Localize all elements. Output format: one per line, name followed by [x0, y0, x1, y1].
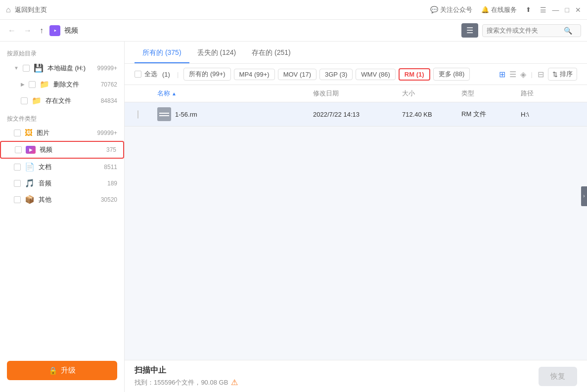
search-box: 🔍 [482, 24, 581, 37]
follow-icon: 💬 [430, 6, 438, 13]
sort-btn[interactable]: ⇅ 排序 [548, 68, 577, 81]
deleted-folder-icon: 📁 [40, 80, 49, 89]
home-label[interactable]: 返回到主页 [15, 5, 47, 14]
filter-view-btn[interactable]: ⊟ [537, 69, 545, 80]
main-layout: 按原始目录 ▼ 💾 本地磁盘 (H:) 99999+ ▶ 📁 删除文件 7076… [0, 42, 587, 392]
search-icon: 🔍 [564, 27, 572, 35]
share-btn[interactable]: ⬆ [526, 6, 531, 13]
table-row[interactable]: 1-56.rm 2022/7/22 14:13 712.40 KB RM 文件 … [125, 102, 587, 127]
th-name[interactable]: 名称 ▲ [154, 85, 310, 102]
video-folder-icon [51, 27, 58, 34]
filter-3gp-btn[interactable]: 3GP (3) [319, 69, 353, 80]
img-count: 99999+ [97, 130, 117, 136]
doc-label: 文档 [39, 163, 51, 172]
existing-count: 84834 [101, 97, 117, 104]
grid-view-btn[interactable]: ⊞ [498, 69, 506, 80]
sidebar-item-existing[interactable]: 📁 存在文件 84834 [0, 92, 124, 109]
menu-btn[interactable]: ☰ [461, 23, 478, 38]
filter-divider: | [177, 71, 179, 78]
img-label: 图片 [37, 129, 49, 137]
sidebar: 按原始目录 ▼ 💾 本地磁盘 (H:) 99999+ ▶ 📁 删除文件 7076… [0, 42, 125, 392]
audio-icon: 🎵 [25, 178, 35, 188]
sort-arrow-icon: ▲ [172, 91, 177, 96]
tab-lost[interactable]: 丢失的 (124) [189, 42, 244, 63]
video-checkbox[interactable] [15, 146, 22, 153]
scan-info: 扫描中止 找到：155596个文件，90.08 GB ⚠ [135, 365, 238, 387]
img-icon: 🖼 [25, 129, 33, 137]
back-btn[interactable]: ← [6, 25, 18, 36]
audio-count: 189 [107, 180, 117, 187]
content-area: 所有的 (375) 丢失的 (124) 存在的 (251) 全选 (1) | 所… [125, 42, 587, 392]
filter-mp4-btn[interactable]: MP4 (99+) [234, 69, 275, 80]
row-size: 712.40 KB [399, 106, 458, 123]
search-input[interactable] [487, 27, 561, 34]
sidebar-item-doc[interactable]: 📄 文档 8511 [0, 159, 124, 175]
select-all-checkbox[interactable] [135, 71, 141, 78]
sidebar-item-deleted[interactable]: ▶ 📁 删除文件 70762 [0, 76, 124, 92]
scan-title: 扫描中止 [135, 365, 238, 376]
video-icon: ▶ [26, 146, 36, 154]
sidebar-item-other[interactable]: 📦 其他 30520 [0, 191, 124, 208]
scroll-indicator[interactable]: › [581, 186, 587, 206]
restore-btn[interactable]: 恢复 [539, 367, 577, 386]
audio-checkbox[interactable] [14, 180, 21, 187]
follow-btn[interactable]: 💬 关注公众号 [430, 5, 472, 14]
upgrade-label: 升级 [61, 366, 76, 375]
row-filename: 1-56.rm [175, 111, 197, 118]
bottom-bar: 扫描中止 找到：155596个文件，90.08 GB ⚠ 恢复 [125, 360, 587, 392]
forward-btn[interactable]: → [22, 25, 34, 36]
sidebar-item-audio[interactable]: 🎵 音频 189 [0, 175, 124, 191]
maximize-btn[interactable]: □ [565, 6, 569, 14]
img-checkbox[interactable] [14, 130, 21, 136]
sidebar-item-video[interactable]: ▶ 视频 375 [0, 141, 124, 159]
row-checkbox-cell [135, 106, 154, 123]
filter-bar: 全选 (1) | 所有的 (99+) MP4 (99+) MOV (17) 3G… [125, 64, 587, 85]
sort-label: 排序 [560, 70, 573, 79]
breadcrumb-icon [49, 25, 60, 36]
th-date: 修改日期 [310, 85, 399, 102]
bell-icon: 🔔 [481, 6, 489, 13]
deleted-count: 70762 [101, 81, 117, 88]
tab-all[interactable]: 所有的 (375) [135, 42, 189, 63]
row-checkbox[interactable] [137, 110, 138, 119]
filter-all-btn[interactable]: 所有的 (99+) [183, 68, 230, 81]
detail-view-btn[interactable]: ◈ [519, 69, 527, 80]
filter-rm-btn[interactable]: RM (1) [399, 68, 430, 81]
deleted-checkbox[interactable] [29, 81, 36, 88]
list-view-btn[interactable]: ☰ [508, 69, 517, 80]
tab-existing[interactable]: 存在的 (251) [244, 42, 299, 63]
existing-checkbox[interactable] [21, 97, 28, 104]
window-controls: ☰ — □ ✕ [540, 6, 581, 14]
other-icon: 📦 [25, 195, 35, 204]
doc-checkbox[interactable] [14, 164, 21, 171]
disk-checkbox[interactable] [23, 65, 30, 72]
doc-icon: 📄 [25, 162, 35, 172]
share-icon: ⬆ [526, 6, 531, 13]
filter-wmv-btn[interactable]: WMV (86) [356, 69, 396, 80]
sidebar-section-dir: 按原始目录 [0, 46, 124, 60]
disk-label: 本地磁盘 (H:) [47, 64, 86, 73]
service-btn[interactable]: 🔔 在线服务 [481, 5, 517, 14]
menu-icon[interactable]: ☰ [540, 6, 546, 14]
th-path: 路径 [518, 85, 577, 102]
sort-icon: ⇅ [552, 71, 558, 78]
sidebar-item-disk[interactable]: ▼ 💾 本地磁盘 (H:) 99999+ [0, 60, 124, 76]
existing-label: 存在文件 [45, 96, 71, 105]
close-btn[interactable]: ✕ [575, 6, 581, 14]
minimize-btn[interactable]: — [552, 6, 559, 14]
sidebar-item-images[interactable]: 🖼 图片 99999+ [0, 125, 124, 141]
up-btn[interactable]: ↑ [38, 25, 45, 36]
titlebar-left: ⌂ 返回到主页 [6, 5, 47, 14]
audio-label: 音频 [39, 179, 51, 188]
home-icon: ⌂ [6, 5, 11, 14]
other-count: 30520 [101, 196, 117, 203]
upgrade-btn[interactable]: 🔒 升级 [7, 361, 117, 380]
titlebar: ⌂ 返回到主页 💬 关注公众号 🔔 在线服务 ⬆ ☰ — □ ✕ [0, 0, 587, 20]
filter-more-btn[interactable]: 更多 (88) [433, 68, 470, 81]
select-count: (1) [162, 71, 170, 78]
disk-icon: 💾 [34, 63, 44, 73]
filter-mov-btn[interactable]: MOV (17) [278, 69, 316, 80]
other-checkbox[interactable] [14, 196, 21, 203]
sidebar-section-type: 按文件类型 [0, 112, 124, 125]
content-header: 所有的 (375) 丢失的 (124) 存在的 (251) [125, 42, 587, 64]
